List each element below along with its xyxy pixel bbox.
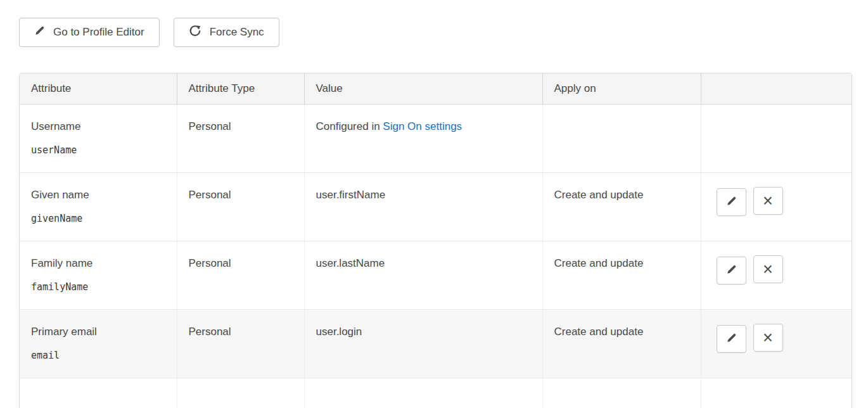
attribute-variable-name: userName [31,144,165,156]
attribute-type-value: Personal [189,120,231,132]
toolbar: Go to Profile Editor Force Sync [19,18,852,47]
apply-on-cell: Create and update [542,241,701,310]
attribute-cell: Given name givenName [20,173,177,241]
pencil-icon [726,196,737,208]
attribute-mappings-page: Go to Profile Editor Force Sync Attribut… [0,0,868,408]
attribute-label: Username [31,120,165,133]
value-cell: Configured in Sign On settings [304,105,542,173]
row-actions: × [701,173,852,241]
mapping-value: user.lastName [316,257,385,269]
attribute-type-cell: Personal [177,173,304,241]
attribute-label: Primary email [31,326,165,338]
edit-attribute-button[interactable] [717,325,746,353]
pencil-icon [34,25,45,39]
attribute-cell: Family name familyName [20,241,177,310]
sign-on-settings-link[interactable]: Sign On settings [383,120,462,132]
edit-attribute-button[interactable] [717,188,746,216]
attribute-type-cell: Personal [177,241,304,310]
table-header-row: Attribute Attribute Type Value Apply on [20,73,852,105]
row-actions [701,105,852,173]
attribute-variable-name: email [31,350,165,361]
attribute-variable-name: familyName [31,281,165,293]
column-header-attribute-type: Attribute Type [177,73,304,105]
table-row-partial [20,378,852,408]
edit-attribute-button[interactable] [717,257,746,284]
column-header-actions [701,73,852,105]
attribute-mappings-table: Attribute Attribute Type Value Apply on … [19,73,852,408]
column-header-attribute: Attribute [20,73,177,105]
force-sync-button[interactable]: Force Sync [174,18,279,47]
attribute-cell: Username userName [20,105,177,173]
go-to-profile-editor-button[interactable]: Go to Profile Editor [19,18,160,47]
row-actions: × [701,310,852,378]
sync-icon [189,25,201,41]
table-row: Username userName Personal Configured in… [20,105,852,173]
attribute-cell: Primary email email [20,310,177,378]
attribute-label: Given name [31,189,165,201]
apply-on-cell: Create and update [542,173,701,241]
close-icon: × [763,193,773,210]
value-cell: user.firstName [304,173,542,241]
delete-attribute-button[interactable]: × [753,187,783,215]
attribute-type-value: Personal [189,189,231,201]
force-sync-label: Force Sync [210,26,264,39]
apply-on-value: Create and update [554,326,644,338]
apply-on-cell [542,105,701,173]
pencil-icon [726,333,737,345]
attribute-variable-name: givenName [31,213,165,224]
mapping-value: user.firstName [316,189,386,201]
table-row: Given name givenName Personal user.first… [20,173,852,241]
attribute-type-value: Personal [189,257,231,269]
attribute-label: Family name [31,257,165,270]
apply-on-value: Create and update [554,189,644,201]
delete-attribute-button[interactable]: × [753,324,783,352]
table-row: Primary email email Personal user.login … [20,310,852,378]
delete-attribute-button[interactable]: × [753,255,783,283]
pencil-icon [726,264,737,277]
value-cell: user.login [304,310,542,378]
attribute-type-cell: Personal [177,105,304,173]
mapping-value: user.login [316,326,362,338]
close-icon: × [763,329,773,347]
attribute-type-cell: Personal [177,310,304,378]
go-to-profile-editor-label: Go to Profile Editor [53,26,144,39]
column-header-value: Value [304,73,542,105]
row-actions: × [701,241,852,310]
apply-on-value: Create and update [554,257,644,269]
close-icon: × [763,261,773,278]
attribute-type-value: Personal [189,326,231,338]
column-header-apply-on: Apply on [542,73,701,105]
table-row: Family name familyName Personal user.las… [20,241,852,310]
apply-on-cell: Create and update [542,310,701,378]
mapping-value: Configured in [316,120,383,132]
value-cell: user.lastName [304,241,542,310]
